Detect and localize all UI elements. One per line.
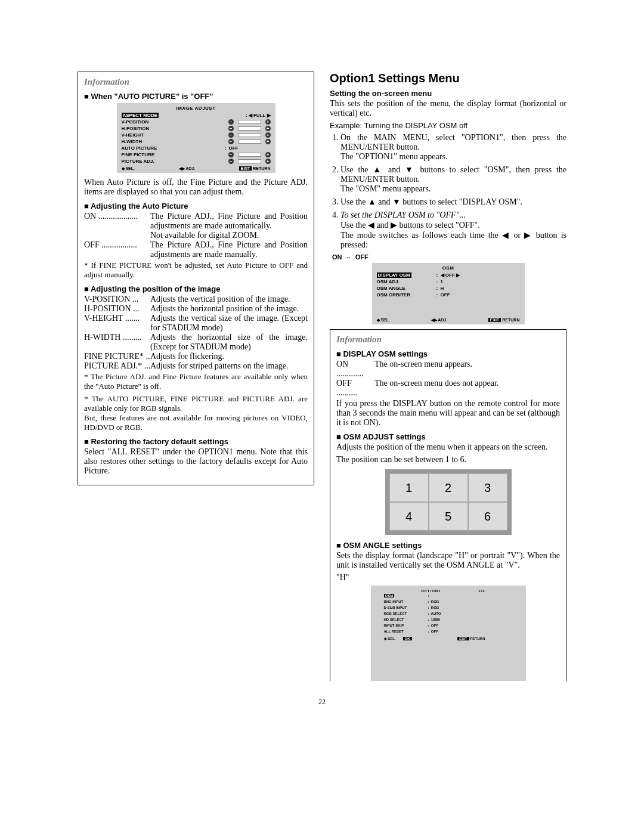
osd-option1: OPTION11/2 OSM: BNC INPUT: RGBD-SUB INPU… <box>371 586 526 681</box>
fine-note: * If FINE PICTURE won't be adjusted, set… <box>84 261 308 280</box>
osd-osm: OSM DISPLAY OSM: ◀ OFF ▶OSM ADJ.: 1OSM A… <box>372 263 525 324</box>
position-list: V-POSITION ...Adjusts the vertical posit… <box>84 295 308 371</box>
osd-footer: ◆ SEL. ◀▶ ADJ. EXITRETURN <box>122 166 271 171</box>
osd-image-adjust: IMAGE ADJUST ASPECT MODE: ◀ FULL ▶V-POSI… <box>117 103 275 173</box>
subheading: Setting the on-screen menu <box>330 89 566 98</box>
steps-list: On the MAIN MENU, select "OPTION1", then… <box>330 133 566 250</box>
angle-h: "H" <box>336 573 560 583</box>
osd-title: IMAGE ADJUST <box>122 106 271 111</box>
heading-restore: Restoring the factory default settings <box>84 437 308 446</box>
right-column: Option1 Settings Menu Setting the on-scr… <box>330 72 566 687</box>
disp-note: If you press the DISPLAY button on the r… <box>336 399 560 428</box>
adj-p2: The position can be set between 1 to 6. <box>336 455 560 465</box>
example: Example: Turning the DISPLAY OSM off <box>330 121 566 130</box>
para-restore: Select "ALL RESET" under the OPTION1 men… <box>84 447 308 476</box>
note-2: * The Picture ADJ. and Fine Picture feat… <box>84 372 308 391</box>
osd-osm-footer: ◆ SEL. ◀▶ ADJ. EXITRETURN <box>377 318 520 323</box>
position-grid: 1 2 3 4 5 6 <box>385 469 512 535</box>
info-box-right: Information DISPLAY OSM settings ON ....… <box>330 329 566 681</box>
heading-auto-off: When "AUTO PICTURE" is "OFF" <box>84 92 308 101</box>
adj-p1: Adjusts the position of the menu when it… <box>336 442 560 452</box>
osd-osm-rows: DISPLAY OSM: ◀ OFF ▶OSM ADJ.: 1OSM ANGLE… <box>377 272 520 298</box>
heading-display-osm: DISPLAY OSM settings <box>336 349 560 358</box>
heading-osm-adjust: OSM ADJUST settings <box>336 432 560 441</box>
page-number: 22 <box>78 698 566 707</box>
left-column: Information When "AUTO PICTURE" is "OFF"… <box>78 72 314 687</box>
osd-osm-title: OSM <box>377 265 520 271</box>
heading-adjust-auto: Adjusting the Auto Picture <box>84 202 308 210</box>
osd-rows: ASPECT MODE: ◀ FULL ▶V-POSITION−+H-POSIT… <box>122 112 271 165</box>
note-3: * The AUTO PICTURE, FINE PICTURE and PIC… <box>84 394 308 432</box>
auto-picture-list: ON ................... The Picture ADJ.,… <box>84 212 308 259</box>
intro: This sets the position of the menu, the … <box>330 99 566 118</box>
para-auto-off: When Auto Picture is off, the Fine Pictu… <box>84 178 308 197</box>
info-heading-right: Information <box>336 335 560 345</box>
display-osm-list: ON ............. The on-screen menu appe… <box>336 360 560 398</box>
info-box-left: Information When "AUTO PICTURE" is "OFF"… <box>78 72 314 485</box>
section-title: Option1 Settings Menu <box>330 72 566 85</box>
info-heading: Information <box>84 77 308 87</box>
on-off-toggle-line: ON ↔ OFF <box>332 253 566 261</box>
heading-position: Adjusting the position of the image <box>84 284 308 293</box>
manual-page: Information When "AUTO PICTURE" is "OFF"… <box>78 0 566 730</box>
angle-p: Sets the display format (landscape "H" o… <box>336 551 560 570</box>
heading-osm-angle: OSM ANGLE settings <box>336 541 560 550</box>
